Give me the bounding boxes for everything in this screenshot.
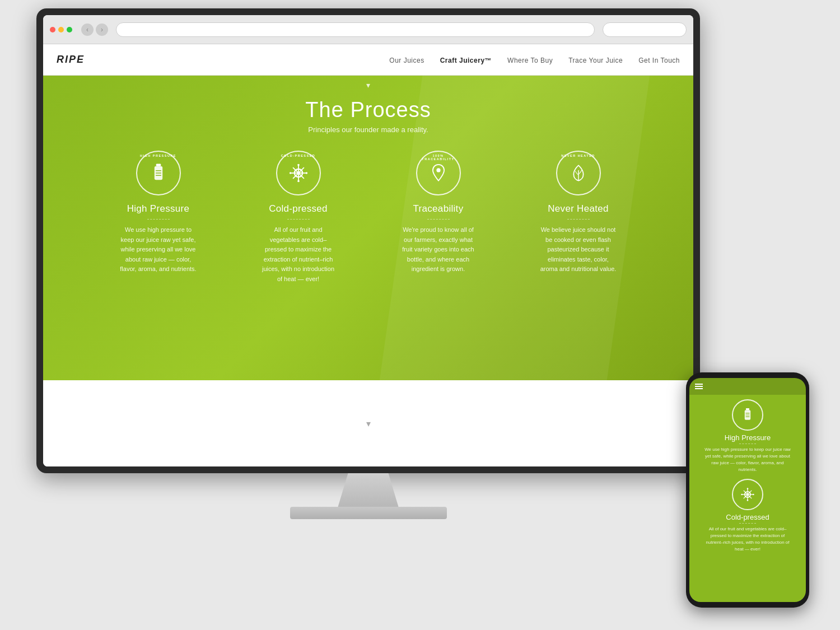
browser-navigation: ‹ › [81, 24, 108, 36]
arc-text-high-pressure: HIGH PRESSURE [137, 154, 180, 157]
traceability-icon-circle: 100% TRACEABILITY [416, 151, 461, 195]
feature-desc-never-heated: We believe juice should not be cooked or… [539, 225, 618, 274]
phone-divider-1 [739, 444, 756, 444]
white-section: ▾ [43, 380, 693, 466]
section-title: The Process [305, 98, 431, 122]
green-section: ▾ The Process Principles our founder mad… [43, 76, 693, 380]
site-navbar: RIPE Our Juices Craft Juicery™ Where To … [43, 44, 693, 76]
section-subtitle: Principles our founder made a reality. [308, 125, 428, 134]
svg-rect-4 [155, 175, 161, 176]
hamburger-icon[interactable] [695, 384, 703, 389]
svg-rect-3 [155, 172, 161, 173]
feature-divider-3 [427, 219, 450, 220]
browser-search[interactable] [603, 22, 687, 37]
phone-feature-name-1: High Pressure [725, 433, 771, 442]
svg-point-27 [747, 488, 749, 489]
svg-rect-16 [746, 408, 749, 410]
nav-item-craft[interactable]: Craft Juicery™ [440, 55, 492, 65]
feature-name-high-pressure: High Pressure [127, 203, 190, 214]
monitor-stand-base [290, 507, 447, 519]
leaf-icon [568, 163, 589, 183]
svg-rect-2 [155, 170, 161, 171]
site-content: ▾ The Process Principles our founder mad… [43, 76, 693, 466]
svg-point-14 [305, 172, 307, 174]
phone-nav-bar [689, 378, 806, 395]
feature-divider-1 [147, 219, 170, 220]
phone-bottle-icon [740, 408, 755, 422]
svg-point-15 [436, 168, 440, 172]
features-grid: HIGH PRESSURE High Pressure [88, 151, 648, 284]
feature-traceability: 100% TRACEABILITY Traceability We're pro… [368, 151, 508, 284]
svg-point-12 [297, 180, 300, 183]
dot-red[interactable] [50, 27, 55, 32]
nav-item-contact[interactable]: Get In Touch [638, 55, 680, 65]
chevron-up-icon[interactable]: ▾ [361, 80, 376, 90]
feature-name-cold-pressed: Cold-pressed [269, 203, 328, 214]
svg-point-11 [297, 164, 300, 166]
feature-desc-cold-pressed: All of our fruit and vegetables are cold… [259, 225, 338, 284]
svg-rect-18 [745, 413, 749, 413]
browser-chrome: ‹ › [43, 15, 693, 44]
feature-desc-high-pressure: We use high pressure to keep our juice r… [119, 225, 198, 274]
phone-feature-cold-pressed: Cold-pressed All of our fruit and vegeta… [703, 479, 792, 553]
phone-screen: High Pressure We use high pressure to ke… [689, 378, 806, 602]
phone-cold-pressed-icon [732, 479, 763, 510]
monitor-screen: ‹ › RIPE Our Juices Craft Juicery™ Where… [43, 15, 693, 466]
forward-button[interactable]: › [96, 24, 108, 36]
phone-divider-2 [739, 523, 756, 524]
nav-links: Our Juices Craft Juicery™ Where To Buy T… [389, 55, 680, 65]
nav-item-where[interactable]: Where To Buy [507, 55, 553, 65]
chevron-down-icon[interactable]: ▾ [366, 418, 371, 429]
feature-high-pressure: HIGH PRESSURE High Pressure [88, 151, 228, 284]
svg-rect-20 [745, 417, 749, 417]
svg-point-28 [747, 500, 749, 501]
phone-feature-high-pressure: High Pressure We use high pressure to ke… [703, 399, 792, 473]
svg-rect-19 [745, 414, 749, 415]
arc-text-cold-pressed: COLD-PRESSED [277, 154, 320, 157]
monitor-stand-neck [335, 473, 402, 507]
dot-green[interactable] [67, 27, 72, 32]
back-button[interactable]: ‹ [81, 24, 94, 36]
svg-point-29 [741, 494, 743, 496]
never-heated-icon-circle: NEVER HEATED [556, 151, 601, 195]
feature-name-never-heated: Never Heated [548, 203, 609, 214]
nav-item-trace[interactable]: Trace Your Juice [568, 55, 623, 65]
arc-text-never-heated: NEVER HEATED [557, 154, 600, 157]
feature-cold-pressed: COLD-PRESSED [228, 151, 368, 284]
nav-item-juices[interactable]: Our Juices [389, 55, 424, 65]
bottle-icon [148, 163, 169, 183]
feature-divider-2 [287, 219, 310, 220]
svg-point-13 [289, 172, 291, 174]
monitor-wrapper: ‹ › RIPE Our Juices Craft Juicery™ Where… [36, 8, 700, 580]
arc-text-traceability: 100% TRACEABILITY [417, 154, 460, 161]
dot-yellow[interactable] [58, 27, 64, 32]
address-bar[interactable] [116, 22, 595, 37]
svg-rect-0 [156, 164, 161, 166]
snowflake-icon [288, 163, 309, 183]
feature-desc-traceability: We're proud to know all of our farmers, … [399, 225, 478, 274]
feature-divider-4 [567, 219, 590, 220]
monitor-frame: ‹ › RIPE Our Juices Craft Juicery™ Where… [36, 8, 700, 473]
phone-high-pressure-icon [732, 399, 763, 431]
phone-feature-name-2: Cold-pressed [726, 513, 769, 521]
site-logo: RIPE [57, 54, 85, 66]
phone-content: High Pressure We use high pressure to ke… [689, 395, 806, 602]
phone-wrapper: High Pressure We use high pressure to ke… [686, 372, 809, 608]
phone-snowflake-icon [740, 487, 755, 502]
pin-icon [428, 163, 449, 183]
cold-pressed-icon-circle: COLD-PRESSED [276, 151, 321, 195]
phone-feature-desc-1: We use high pressure to keep our juice r… [703, 446, 792, 473]
browser-dots [50, 27, 72, 32]
phone-feature-desc-2: All of our fruit and vegetables are cold… [703, 526, 792, 553]
feature-name-traceability: Traceability [413, 203, 464, 214]
high-pressure-icon-circle: HIGH PRESSURE [136, 151, 181, 195]
phone-frame: High Pressure We use high pressure to ke… [686, 372, 809, 608]
svg-point-30 [753, 494, 754, 496]
feature-never-heated: NEVER HEATED Never Heated We bel [508, 151, 648, 284]
